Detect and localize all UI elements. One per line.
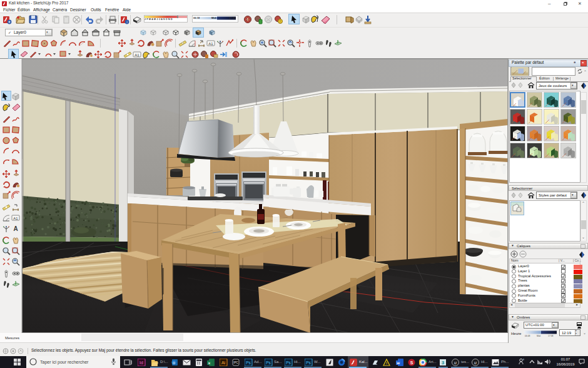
svg-text:3: 3 — [386, 361, 388, 365]
svg-text:Ps: Ps — [266, 360, 271, 365]
svg-text:S: S — [410, 360, 413, 365]
svg-text:u: u — [474, 360, 477, 365]
svg-text:6: 6 — [247, 18, 249, 21]
svg-text:R: R — [523, 358, 524, 361]
svg-text:Id: Id — [139, 360, 143, 365]
svg-text:!: ! — [280, 20, 280, 23]
svg-text:o: o — [173, 360, 175, 365]
svg-text:IPC: IPC — [233, 361, 238, 364]
svg-text:Ai: Ai — [221, 360, 226, 365]
svg-text:Ps: Ps — [286, 360, 291, 365]
svg-text:Ps: Ps — [246, 360, 251, 365]
svg-text:A1: A1 — [13, 217, 18, 220]
svg-text:w: w — [396, 361, 400, 365]
svg-text:i: i — [126, 20, 127, 24]
svg-text:Ps: Ps — [306, 360, 311, 365]
svg-text:u: u — [454, 360, 457, 365]
svg-text:A: A — [13, 225, 18, 232]
svg-text:A1: A1 — [208, 42, 213, 46]
svg-text:A1: A1 — [134, 53, 139, 57]
svg-text:3: 3 — [442, 360, 445, 365]
